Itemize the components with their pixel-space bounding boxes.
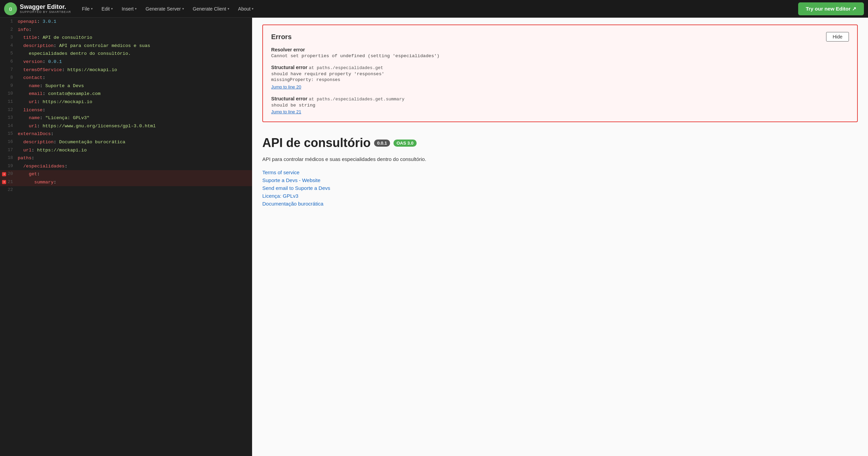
- line-content-15: externalDocs:: [16, 130, 252, 138]
- editor-line-21: 21 summary:: [0, 178, 252, 186]
- error-desc-3: should be string: [271, 103, 849, 108]
- error-type-2: Structural error at paths./especialidade…: [271, 65, 849, 70]
- line-num-text-21: 21: [7, 179, 13, 186]
- editor-line-18: 18paths:: [0, 154, 252, 162]
- error-box: Errors Hide Resolver error Cannot set pr…: [262, 25, 858, 122]
- jump-link-3[interactable]: Jump to line 21: [271, 109, 301, 114]
- preview-pane: Errors Hide Resolver error Cannot set pr…: [252, 18, 868, 456]
- token-colon: :: [40, 83, 45, 88]
- nav-edit[interactable]: Edit ▾: [97, 4, 117, 14]
- line-number-6: 6: [0, 58, 16, 65]
- link-email[interactable]: Send email to Suporte a Devs: [262, 185, 858, 191]
- token-key: summary: [34, 180, 54, 185]
- line-num-text-10: 10: [7, 90, 13, 97]
- nav-file[interactable]: File ▾: [78, 4, 97, 14]
- line-content-6: version: 0.0.1: [16, 58, 252, 66]
- nav-about-label: About: [238, 6, 251, 12]
- token-indent: [18, 140, 23, 145]
- line-number-4: 4: [0, 42, 16, 49]
- line-num-text-13: 13: [7, 114, 13, 121]
- editor-line-4: 4 description: API para controlar médico…: [0, 42, 252, 50]
- editor-line-9: 9 name: Suporte a Devs: [0, 82, 252, 90]
- nav-generate-client[interactable]: Generate Client ▾: [189, 4, 233, 14]
- line-num-text-18: 18: [7, 154, 13, 162]
- swagger-icon: {}: [7, 5, 14, 13]
- try-new-editor-button[interactable]: Try our new Editor ↗: [798, 2, 864, 15]
- token-val-url: https://mockapi.io: [43, 99, 92, 104]
- hide-button[interactable]: Hide: [826, 32, 849, 42]
- token-key: version: [23, 59, 43, 64]
- token-key: license: [23, 108, 43, 113]
- token-colon: :: [37, 99, 43, 104]
- api-links: Terms of service Suporte a Devs - Websit…: [262, 169, 858, 207]
- token-colon: :: [40, 115, 45, 120]
- error-location-3: at paths./especialidades.get.summary: [309, 97, 404, 102]
- line-number-11: 11: [0, 98, 16, 105]
- api-title-row: API de consultório 0.0.1 OAS 3.0: [262, 136, 858, 150]
- editor-line-14: 14 url: https://www.gnu.org/licenses/gpl…: [0, 122, 252, 130]
- token-colon: :: [65, 164, 67, 169]
- api-info: API de consultório 0.0.1 OAS 3.0 API par…: [262, 136, 858, 207]
- navbar-menu: File ▾ Edit ▾ Insert ▾ Generate Server ▾…: [78, 4, 799, 14]
- editor-line-13: 13 name: "Licença: GPLv3": [0, 114, 252, 122]
- token-key: url: [29, 124, 37, 129]
- jump-link-2[interactable]: Jump to line 20: [271, 84, 301, 89]
- editor-pane[interactable]: 1openapi: 3.0.12info:3 title: API de con…: [0, 18, 252, 456]
- token-indent: [18, 35, 23, 40]
- editor-line-6: 6 version: 0.0.1: [0, 58, 252, 66]
- token-val-text: API para controlar médicos e suas: [59, 43, 150, 48]
- line-number-10: 10: [0, 90, 16, 97]
- api-version-badge: 0.0.1: [374, 140, 390, 147]
- line-content-8: contact:: [16, 74, 252, 82]
- line-num-text-22: 22: [7, 186, 13, 194]
- line-number-1: 1: [0, 18, 16, 25]
- token-indent: [18, 99, 29, 104]
- line-num-text-14: 14: [7, 123, 13, 130]
- nav-insert[interactable]: Insert ▾: [118, 4, 141, 14]
- brand-logo-link[interactable]: {} Swagger Editor. SUPPORTED BY SMARTBEA…: [4, 2, 71, 15]
- token-val-text: Suporte a Devs: [45, 83, 84, 88]
- nav-edit-caret: ▾: [111, 7, 113, 11]
- token-colon: :: [32, 148, 37, 153]
- error-entry-3: Structural error at paths./especialidade…: [271, 96, 849, 115]
- link-docs[interactable]: Documentação burocrática: [262, 201, 858, 207]
- line-content-10: email: contato@example.com: [16, 90, 252, 98]
- error-type-3: Structural error at paths./especialidade…: [271, 96, 849, 102]
- nav-about[interactable]: About ▾: [234, 4, 258, 14]
- line-number-15: 15: [0, 130, 16, 137]
- line-number-17: 17: [0, 146, 16, 154]
- link-license[interactable]: Licença: GPLv3: [262, 193, 858, 199]
- editor-line-1: 1openapi: 3.0.1: [0, 18, 252, 26]
- line-number-20: 20: [0, 170, 16, 178]
- token-key: info: [18, 27, 29, 32]
- token-colon: :: [62, 67, 67, 72]
- line-content-3: title: API de consultório: [16, 34, 252, 42]
- editor-line-20: 20 get:: [0, 170, 252, 178]
- line-num-text-6: 6: [10, 58, 13, 65]
- editor-line-5: 5 especialidades dentro do consultório.: [0, 50, 252, 58]
- line-number-5: 5: [0, 50, 16, 57]
- error-badge-2: Structural error: [271, 65, 307, 70]
- main-content: 1openapi: 3.0.12info:3 title: API de con…: [0, 18, 868, 456]
- line-num-text-19: 19: [7, 163, 13, 170]
- nav-generate-server[interactable]: Generate Server ▾: [141, 4, 188, 14]
- error-box-header: Errors Hide: [271, 32, 849, 42]
- error-box-title: Errors: [271, 33, 292, 41]
- token-colon: :: [53, 180, 56, 185]
- nav-file-caret: ▾: [91, 7, 93, 11]
- link-website[interactable]: Suporte a Devs - Website: [262, 177, 858, 183]
- error-indicator-20: [2, 172, 6, 176]
- token-val-text: Documentação burocrática: [59, 140, 125, 145]
- line-num-text-20: 20: [7, 170, 13, 178]
- editor-line-15: 15externalDocs:: [0, 130, 252, 138]
- token-indent: [18, 59, 23, 64]
- token-key: title: [23, 35, 37, 40]
- error-type-1: Resolver error: [271, 47, 849, 52]
- token-colon: :: [43, 75, 45, 80]
- token-colon: :: [29, 27, 31, 32]
- editor-line-17: 17 url: https://mockapi.io: [0, 146, 252, 154]
- link-terms[interactable]: Terms of service: [262, 169, 858, 175]
- token-key: description: [23, 140, 53, 145]
- nav-edit-label: Edit: [102, 6, 110, 12]
- line-num-text-16: 16: [7, 139, 13, 146]
